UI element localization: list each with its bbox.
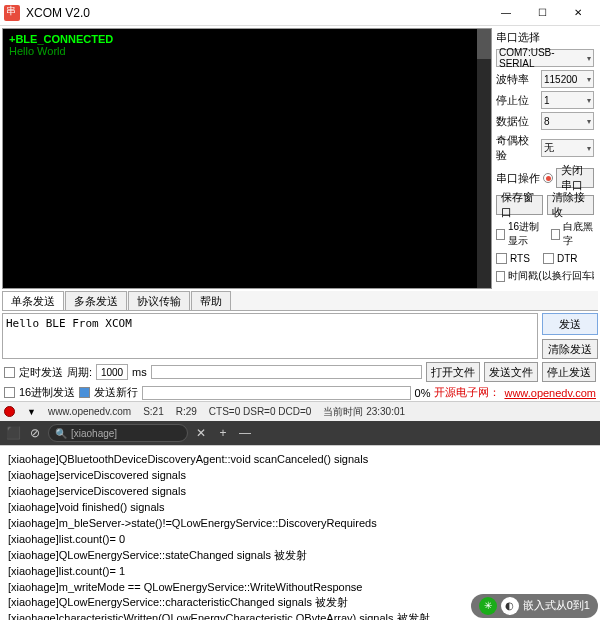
remove-filter-icon[interactable]: — [236, 424, 254, 442]
parity-select[interactable]: 无▾ [541, 139, 594, 157]
progress-pct: 0% [415, 387, 431, 399]
console-line: [xiaohage]QBluetoothDeviceDiscoveryAgent… [8, 452, 592, 468]
app-icon [4, 5, 20, 21]
timed-send-checkbox[interactable] [4, 367, 15, 378]
avatar-icon: ◐ [501, 597, 519, 615]
clear-send-button[interactable]: 清除发送 [542, 339, 598, 359]
dtr-checkbox[interactable] [543, 253, 554, 264]
tab-single-send[interactable]: 单条发送 [2, 291, 64, 310]
progress-bar [142, 386, 410, 400]
period-label: 周期: [67, 365, 92, 380]
send-button[interactable]: 发送 [542, 313, 598, 335]
window-title: XCOM V2.0 [26, 6, 488, 20]
console-line: [xiaohage]serviceDiscovered signals [8, 484, 592, 500]
debug-console: [xiaohage]QBluetoothDeviceDiscoveryAgent… [0, 445, 600, 620]
status-sent: S:21 [143, 406, 164, 417]
chevron-down-icon: ▾ [587, 54, 591, 63]
search-icon: 🔍 [55, 428, 67, 439]
hex-send-label: 16进制发送 [19, 385, 75, 400]
hex-display-label: 16进制显示 [508, 220, 548, 248]
title-bar: XCOM V2.0 — ☐ ✕ [0, 0, 600, 26]
chevron-down-icon: ▾ [587, 144, 591, 153]
status-url[interactable]: www.openedv.com [48, 406, 131, 417]
wechat-icon: ✳ [479, 597, 497, 615]
baud-label: 波特率 [496, 72, 538, 87]
tab-protocol[interactable]: 协议传输 [128, 291, 190, 310]
serial-settings-panel: 串口选择 COM7:USB-SERIAL ▾ 波特率 115200▾ 停止位 1… [494, 26, 600, 291]
stop-icon[interactable]: ⬛ [4, 424, 22, 442]
port-status-indicator [543, 173, 553, 183]
console-line: [xiaohage]serviceDiscovered signals [8, 468, 592, 484]
port-section-label: 串口选择 [496, 30, 594, 45]
maximize-button[interactable]: ☐ [524, 2, 560, 24]
watermark: ✳ ◐ 嵌入式从0到1 [471, 594, 598, 618]
website-link[interactable]: www.openedv.com [504, 387, 596, 399]
chevron-down-icon: ▾ [587, 117, 591, 126]
send-file-button[interactable]: 发送文件 [484, 362, 538, 382]
period-input[interactable] [96, 364, 128, 380]
chevron-down-icon: ▾ [587, 96, 591, 105]
hex-display-checkbox[interactable] [496, 229, 505, 240]
op-label: 串口操作 [496, 171, 540, 186]
baud-select[interactable]: 115200▾ [541, 70, 594, 88]
file-path-field[interactable] [151, 365, 422, 379]
link-prefix: 开源电子网： [434, 385, 500, 400]
open-file-button[interactable]: 打开文件 [426, 362, 480, 382]
toggle-port-button[interactable]: 关闭串口 [556, 168, 594, 188]
data-label: 数据位 [496, 114, 538, 129]
chevron-down-icon: ▾ [587, 75, 591, 84]
save-window-button[interactable]: 保存窗口 [496, 195, 543, 215]
filter-text: [xiaohage] [71, 428, 117, 439]
console-line: [xiaohage]m_bleServer->state()!=QLowEner… [8, 516, 592, 532]
rts-checkbox[interactable] [496, 253, 507, 264]
parity-label: 奇偶校验 [496, 133, 538, 163]
dtr-label: DTR [557, 253, 578, 264]
stop-label: 停止位 [496, 93, 538, 108]
terminal-line: Hello World [9, 45, 485, 57]
status-bar: ▼ www.openedv.com S:21 R:29 CTS=0 DSR=0 … [0, 401, 600, 421]
timed-send-label: 定时发送 [19, 365, 63, 380]
close-button[interactable]: ✕ [560, 2, 596, 24]
console-line: [xiaohage]list.count()= 1 [8, 564, 592, 580]
send-newline-checkbox[interactable] [79, 387, 90, 398]
timestamp-label: 时间戳(以换行回车断帧) [508, 269, 594, 283]
send-newline-label: 发送新行 [94, 385, 138, 400]
send-input[interactable] [2, 313, 538, 359]
white-bg-checkbox[interactable] [551, 229, 560, 240]
tab-multi-send[interactable]: 多条发送 [65, 291, 127, 310]
status-cts: CTS=0 DSR=0 DCD=0 [209, 406, 312, 417]
connection-indicator [4, 406, 15, 417]
filter-input[interactable]: 🔍 [xiaohage] [48, 424, 188, 442]
stop-select[interactable]: 1▾ [541, 91, 594, 109]
ms-label: ms [132, 366, 147, 378]
terminal-line: +BLE_CONNECTED [9, 33, 485, 45]
console-line: [xiaohage]void finished() signals [8, 500, 592, 516]
clear-icon[interactable]: ⊘ [26, 424, 44, 442]
port-value: COM7:USB-SERIAL [499, 47, 587, 69]
send-tabs: 单条发送 多条发送 协议传输 帮助 [2, 291, 598, 311]
debug-toolbar: ⬛ ⊘ 🔍 [xiaohage] ✕ + — [0, 421, 600, 445]
rts-label: RTS [510, 253, 540, 264]
port-select[interactable]: COM7:USB-SERIAL ▾ [496, 49, 594, 67]
terminal-scrollbar[interactable] [477, 29, 491, 288]
status-recv: R:29 [176, 406, 197, 417]
hex-send-checkbox[interactable] [4, 387, 15, 398]
minimize-button[interactable]: — [488, 2, 524, 24]
terminal-output: +BLE_CONNECTED Hello World [2, 28, 492, 289]
white-bg-label: 白底黑字 [563, 220, 594, 248]
timestamp-checkbox[interactable] [496, 271, 505, 282]
console-line: [xiaohage]list.count()= 0 [8, 532, 592, 548]
tab-help[interactable]: 帮助 [191, 291, 231, 310]
status-time: 23:30:01 [366, 406, 405, 417]
watermark-text: 嵌入式从0到1 [523, 598, 590, 614]
stop-send-button[interactable]: 停止发送 [542, 362, 596, 382]
add-filter-icon[interactable]: + [214, 424, 232, 442]
console-line: [xiaohage]QLowEnergyService::stateChange… [8, 548, 592, 564]
clear-filter-icon[interactable]: ✕ [192, 424, 210, 442]
clear-recv-button[interactable]: 清除接收 [547, 195, 594, 215]
data-select[interactable]: 8▾ [541, 112, 594, 130]
